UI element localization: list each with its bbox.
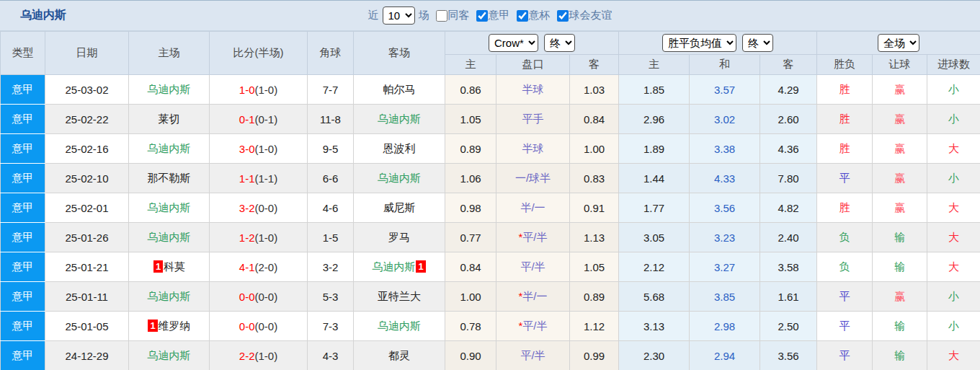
col-header-date: 日期 xyxy=(45,32,129,75)
filter-italy-cup-checkbox[interactable] xyxy=(517,10,528,22)
average-odds-select[interactable]: 胜平负均值 xyxy=(662,34,736,52)
avg-away-odds: 3.56 xyxy=(760,341,817,370)
match-date: 25-01-05 xyxy=(45,312,129,341)
away-team-cell: 乌迪内斯 xyxy=(354,164,445,193)
recent-count-select[interactable]: 10 xyxy=(383,6,415,25)
team-title: 乌迪内斯 xyxy=(20,8,66,23)
away-team-cell: 乌迪内斯 xyxy=(354,312,445,341)
avg-away-odds: 2.50 xyxy=(760,312,817,341)
odds-home: 1.06 xyxy=(445,164,496,193)
match-date: 24-12-29 xyxy=(45,341,129,370)
odds-away: 1.05 xyxy=(570,252,619,282)
bookmaker-select[interactable]: Crow* xyxy=(489,34,538,52)
avg-away-odds: 4.82 xyxy=(760,193,817,223)
result-indicator: 平 xyxy=(817,282,873,312)
table-row: 意甲24-12-29乌迪内斯2-2(1-0)4-3都灵0.90平/半0.992.… xyxy=(1,341,980,370)
filter-friendly-checkbox[interactable] xyxy=(557,10,569,22)
fulltime-score: 3-0 xyxy=(239,143,255,155)
handicap-text: 平/半 xyxy=(520,349,545,361)
filter-serie-a-label: 意甲 xyxy=(489,9,510,22)
handicap-line: *平/半 xyxy=(496,223,570,252)
halftime-score: (0-0) xyxy=(255,291,278,303)
away-team-cell: 威尼斯 xyxy=(354,193,445,223)
filter-serie-a-checkbox[interactable] xyxy=(476,10,488,22)
score-cell: 1-2(1-0) xyxy=(210,223,308,252)
scope-select[interactable]: 全场 xyxy=(878,34,919,52)
goals-indicator: 大 xyxy=(927,223,980,252)
avg-draw-odds: 3.23 xyxy=(690,223,760,252)
match-date: 25-02-10 xyxy=(45,164,129,193)
fulltime-score: 0-0 xyxy=(239,320,255,332)
result-indicator: 负 xyxy=(817,223,873,252)
match-history-table: 类型 日期 主场 比分(半场) 角球 客场 Crow* 终 胜平负均值 终 xyxy=(0,31,980,370)
avg-draw-odds: 3.02 xyxy=(690,105,760,134)
subheader-odds-away: 客 xyxy=(570,55,619,75)
bookmaker-odds-group: Crow* 终 xyxy=(445,32,619,55)
halftime-score: (1-0) xyxy=(255,84,278,96)
goals-indicator: 小 xyxy=(927,164,980,193)
avg-home-odds: 2.30 xyxy=(619,341,690,370)
odds-away: 1.03 xyxy=(570,75,619,105)
handicap-line: 半/一 xyxy=(496,193,570,223)
odds-away: 0.99 xyxy=(570,341,619,370)
league-type: 意甲 xyxy=(1,282,45,312)
handicap-result-indicator: 赢 xyxy=(873,164,927,193)
league-type: 意甲 xyxy=(1,312,45,341)
handicap-result-indicator: 赢 xyxy=(873,193,927,223)
team-name: 乌迪内斯 xyxy=(378,113,421,125)
col-header-score: 比分(半场) xyxy=(210,32,308,75)
result-indicator: 胜 xyxy=(817,75,873,105)
recent-label: 近 xyxy=(368,9,379,22)
odds-away: 0.91 xyxy=(570,193,619,223)
corner-count: 1-5 xyxy=(308,223,354,252)
match-date: 25-01-26 xyxy=(45,223,129,252)
odds-home: 1.00 xyxy=(445,282,496,312)
away-team-cell: 帕尔马 xyxy=(354,75,445,105)
result-indicator: 胜 xyxy=(817,193,873,223)
team-name: 罗马 xyxy=(388,231,410,243)
avg-home-odds: 1.89 xyxy=(619,134,690,164)
league-type: 意甲 xyxy=(1,75,45,105)
handicap-text: 半球 xyxy=(522,83,544,95)
topbar: 乌迪内斯 近 10 场 同客 意甲 意杯 球会友谊 xyxy=(0,1,980,31)
team-name: 乌迪内斯 xyxy=(148,142,191,154)
odds-away: 1.12 xyxy=(570,312,619,341)
avg-away-odds: 4.29 xyxy=(760,75,817,105)
home-team-cell: 1科莫 xyxy=(129,252,210,282)
result-indicator: 平 xyxy=(817,312,873,341)
same-away-checkbox[interactable] xyxy=(436,10,447,22)
handicap-line: 平/半 xyxy=(496,252,570,282)
team-name: 恩波利 xyxy=(383,142,416,154)
league-type: 意甲 xyxy=(1,193,45,223)
goals-indicator: 大 xyxy=(927,252,980,282)
handicap-text: 平手 xyxy=(522,113,544,125)
bookmaker-state-select[interactable]: 终 xyxy=(544,34,575,52)
match-date: 25-02-16 xyxy=(45,134,129,164)
handicap-result-indicator: 输 xyxy=(873,223,927,252)
col-header-corner: 角球 xyxy=(308,32,354,75)
home-team-cell: 乌迪内斯 xyxy=(129,75,210,105)
away-team-cell: 恩波利 xyxy=(354,134,445,164)
filter-controls: 近 10 场 同客 意甲 意杯 球会友谊 xyxy=(368,6,612,25)
corner-count: 3-2 xyxy=(308,252,354,282)
score-cell: 1-1(1-1) xyxy=(210,164,308,193)
team-name: 帕尔马 xyxy=(383,83,416,95)
score-cell: 4-1(2-0) xyxy=(210,252,308,282)
avg-home-odds: 2.12 xyxy=(619,252,690,282)
match-date: 25-02-01 xyxy=(45,193,129,223)
average-state-select[interactable]: 终 xyxy=(742,34,773,52)
halftime-score: (2-0) xyxy=(255,261,278,273)
team-name: 乌迪内斯 xyxy=(378,320,421,332)
team-name: 威尼斯 xyxy=(383,201,416,213)
handicap-text: 平/半 xyxy=(522,320,547,332)
away-team-cell: 乌迪内斯1 xyxy=(354,252,445,282)
result-indicator: 胜 xyxy=(817,105,873,134)
home-team-cell: 乌迪内斯 xyxy=(129,282,210,312)
away-team-cell: 亚特兰大 xyxy=(354,282,445,312)
team-name: 亚特兰大 xyxy=(378,290,421,302)
table-row: 意甲25-02-16乌迪内斯3-0(1-0)9-5恩波利0.89半球1.001.… xyxy=(1,134,980,164)
filter-italy-cup-label: 意杯 xyxy=(529,9,551,22)
avg-draw-odds: 2.94 xyxy=(690,341,760,370)
score-cell: 0-1(0-1) xyxy=(210,105,308,134)
result-indicator: 平 xyxy=(817,164,873,193)
